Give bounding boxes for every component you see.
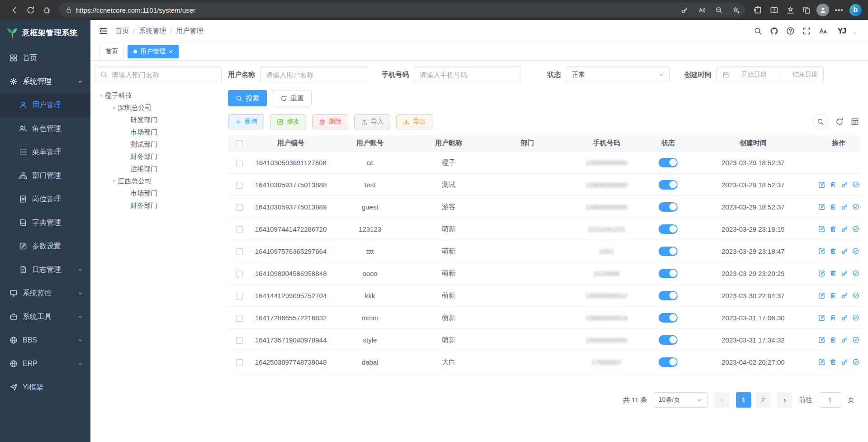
- assign-role-icon[interactable]: [852, 247, 859, 255]
- status-toggle[interactable]: [659, 247, 678, 256]
- assign-role-icon[interactable]: [852, 336, 859, 343]
- sidebar-item-role-management[interactable]: 角色管理: [0, 117, 90, 140]
- page-button-1[interactable]: 1: [736, 392, 751, 408]
- edit-icon[interactable]: [818, 181, 825, 188]
- extensions-icon[interactable]: [750, 2, 765, 18]
- date-range-picker[interactable]: 开始日期 - 结束日期: [716, 66, 824, 83]
- close-tab-icon[interactable]: ×: [169, 48, 173, 55]
- edit-icon[interactable]: [818, 358, 825, 366]
- sidebar-item-menu-management[interactable]: 菜单管理: [0, 140, 90, 164]
- prev-page-button[interactable]: ‹: [714, 392, 730, 408]
- status-toggle[interactable]: [659, 335, 678, 345]
- favorites-icon[interactable]: [783, 2, 798, 18]
- tree-node[interactable]: 财务部门: [95, 151, 222, 163]
- tab-user-management[interactable]: 用户管理×: [128, 45, 179, 58]
- tree-node[interactable]: 财务部门: [95, 200, 222, 212]
- status-toggle[interactable]: [659, 158, 678, 167]
- sidebar-item-home[interactable]: 首页: [0, 46, 90, 70]
- fullscreen-icon[interactable]: [802, 27, 811, 35]
- add-button[interactable]: 新增: [228, 114, 264, 129]
- user-menu-caret-icon[interactable]: [852, 31, 857, 36]
- status-toggle[interactable]: [659, 180, 678, 190]
- phone-input[interactable]: [414, 66, 521, 83]
- delete-icon[interactable]: [830, 314, 837, 321]
- page-size-select[interactable]: 10条/页: [654, 392, 708, 408]
- status-toggle[interactable]: [659, 291, 678, 300]
- row-checkbox[interactable]: [236, 315, 243, 322]
- edit-icon[interactable]: [818, 247, 825, 255]
- reset-password-icon[interactable]: [841, 314, 848, 321]
- sidebar-item-bbs[interactable]: BBS: [0, 328, 90, 352]
- reset-password-icon[interactable]: [841, 247, 848, 255]
- edit-icon[interactable]: [818, 292, 825, 299]
- status-toggle[interactable]: [659, 357, 678, 367]
- column-settings-button[interactable]: [851, 118, 859, 126]
- row-checkbox[interactable]: [236, 248, 243, 255]
- edit-icon[interactable]: [818, 314, 825, 321]
- delete-button[interactable]: 删除: [312, 114, 348, 129]
- tab-home[interactable]: 首页: [100, 45, 124, 58]
- edit-icon[interactable]: [818, 225, 825, 233]
- export-button[interactable]: 导出: [396, 114, 432, 129]
- select-all-checkbox[interactable]: [236, 140, 243, 147]
- sidebar-item-system-monitor[interactable]: 系统监控: [0, 281, 90, 305]
- browser-settings-menu[interactable]: ⋯: [831, 2, 847, 18]
- refresh-table-button[interactable]: [835, 118, 844, 126]
- zoom-icon[interactable]: [712, 3, 726, 17]
- search-button[interactable]: 搜索: [228, 90, 267, 106]
- delete-icon[interactable]: [830, 358, 837, 366]
- assign-role-icon[interactable]: [852, 225, 859, 233]
- tree-expand-caret-icon[interactable]: ▾: [110, 105, 118, 111]
- user-avatar[interactable]: YJ: [835, 24, 849, 38]
- username-input[interactable]: [260, 66, 367, 83]
- tree-node[interactable]: ▾江西总公司: [95, 175, 222, 187]
- status-toggle[interactable]: [659, 202, 678, 212]
- edit-icon[interactable]: [818, 270, 825, 277]
- breadcrumb-item[interactable]: 系统管理: [139, 27, 166, 35]
- reset-password-icon[interactable]: [841, 292, 848, 299]
- help-icon[interactable]: [786, 27, 795, 35]
- page-button-2[interactable]: 2: [755, 392, 771, 408]
- assign-role-icon[interactable]: [852, 292, 859, 299]
- row-checkbox[interactable]: [236, 337, 243, 344]
- tree-node[interactable]: 测试部门: [95, 138, 222, 151]
- tree-node[interactable]: 运维部门: [95, 163, 222, 175]
- reset-password-icon[interactable]: [841, 225, 848, 233]
- tree-expand-caret-icon[interactable]: ▾: [110, 178, 118, 184]
- goto-page-input[interactable]: [819, 392, 841, 408]
- row-checkbox[interactable]: [236, 226, 243, 233]
- sidebar-item-post-management[interactable]: 岗位管理: [0, 187, 90, 211]
- collapse-sidebar-button[interactable]: [99, 26, 108, 36]
- status-select[interactable]: 正常: [566, 66, 670, 83]
- sidebar-item-parameter-settings[interactable]: 参数设置: [0, 234, 90, 258]
- url-bar[interactable]: https://ccnetcore.com:1101/system/user: [59, 3, 745, 17]
- reset-password-icon[interactable]: [841, 181, 848, 188]
- sidebar-item-dictionary-management[interactable]: 字典管理: [0, 211, 90, 234]
- row-checkbox[interactable]: [236, 359, 243, 366]
- status-toggle[interactable]: [659, 269, 678, 278]
- sidebar-item-yi-framework[interactable]: Yi框架: [0, 375, 90, 399]
- font-size-icon[interactable]: [819, 27, 827, 35]
- browser-home-icon[interactable]: [39, 2, 54, 18]
- delete-icon[interactable]: [830, 336, 837, 343]
- browser-profile-avatar[interactable]: [816, 4, 829, 16]
- edit-button[interactable]: 修改: [270, 114, 306, 129]
- delete-icon[interactable]: [830, 247, 837, 255]
- reset-button[interactable]: 重置: [273, 90, 312, 106]
- sidebar-item-system-tools[interactable]: 系统工具: [0, 305, 90, 328]
- tree-node[interactable]: 市场部门: [95, 126, 222, 138]
- row-checkbox[interactable]: [236, 271, 243, 277]
- next-page-button[interactable]: ›: [777, 392, 792, 408]
- assign-role-icon[interactable]: [852, 270, 859, 277]
- sidebar-item-department-management[interactable]: 部门管理: [0, 164, 90, 187]
- reset-password-icon[interactable]: [841, 336, 848, 343]
- header-search-icon[interactable]: [754, 27, 762, 35]
- browser-back-icon[interactable]: [6, 2, 22, 18]
- sidebar-item-log-management[interactable]: 日志管理: [0, 258, 90, 281]
- reset-password-icon[interactable]: [841, 203, 848, 210]
- tree-expand-caret-icon[interactable]: ▾: [98, 93, 105, 99]
- row-checkbox[interactable]: [236, 160, 243, 166]
- password-manager-icon[interactable]: [678, 3, 691, 17]
- assign-role-icon[interactable]: [852, 314, 859, 321]
- row-checkbox[interactable]: [236, 293, 243, 299]
